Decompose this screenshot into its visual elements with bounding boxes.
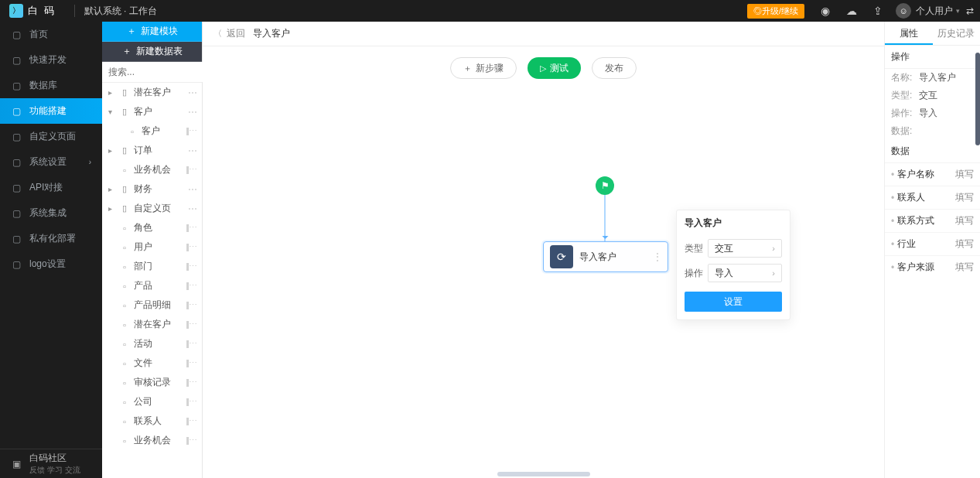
tree-row[interactable]: ▫公司||| ⋯ (102, 392, 202, 411)
play-circle-icon[interactable]: ◉ (817, 2, 834, 19)
tree-row[interactable]: ▫角色||| ⋯ (102, 218, 202, 237)
popup-op-select[interactable]: 导入› (708, 264, 782, 282)
nav-item-page[interactable]: ▢自定义页面 (0, 124, 102, 149)
rp-data-row[interactable]: •行业填写 (885, 232, 980, 255)
file-icon: ▫ (119, 165, 130, 176)
folder-icon: ▯ (119, 87, 130, 98)
tree-row[interactable]: ▫文件||| ⋯ (102, 353, 202, 373)
more-icon[interactable]: ⋯ (188, 87, 197, 98)
tab-properties[interactable]: 属性 (885, 22, 933, 45)
new-module-button[interactable]: ＋新建模块 (102, 22, 202, 42)
tree-row[interactable]: ▫业务机会||| ⋯ (102, 160, 202, 179)
brand-logo[interactable]: 〉 白 码 (0, 4, 65, 18)
nav-item-api[interactable]: ▢API对接 (0, 175, 102, 200)
new-table-button[interactable]: ＋新建数据表 (102, 42, 202, 62)
cloud-icon[interactable]: ☁ (843, 2, 860, 19)
nav-item-integration[interactable]: ▢系统集成 (0, 200, 102, 226)
twisty-icon[interactable]: ▸ (108, 204, 116, 213)
nav-label: 功能搭建 (29, 104, 67, 118)
tree-row[interactable]: ▸▯财务⋯ (102, 179, 202, 199)
nav-label: 快速开发 (29, 53, 67, 67)
twisty-icon[interactable]: ▸ (108, 146, 116, 155)
nav-item-logo[interactable]: ▢logo设置 (0, 251, 102, 277)
tree-row[interactable]: ▫联系人||| ⋯ (102, 411, 202, 431)
drag-handle-icon[interactable]: ⋮ (652, 251, 663, 263)
user-menu[interactable]: 个人用户 ▾ (916, 5, 960, 18)
twisty-icon[interactable]: ▾ (108, 108, 116, 116)
sort-icon[interactable]: ||| ⋯ (186, 126, 196, 136)
tree-row[interactable]: ▫潜在客户||| ⋯ (102, 315, 202, 334)
popup-settings-button[interactable]: 设置 (685, 292, 782, 312)
more-icon[interactable]: ⋯ (188, 203, 197, 214)
rp-data-row[interactable]: •客户来源填写 (885, 255, 980, 278)
nav-item-settings[interactable]: ▢系统设置› (0, 149, 102, 175)
community-link[interactable]: ▣ 白码社区 反馈 学习 交流 (0, 449, 102, 478)
sort-icon[interactable]: ||| ⋯ (186, 339, 196, 349)
tree-row[interactable]: ▫部门||| ⋯ (102, 257, 202, 276)
file-icon: ▫ (119, 300, 130, 311)
popup-type-select[interactable]: 交互› (708, 239, 782, 258)
nav-item-database[interactable]: ▢数据库 (0, 73, 102, 98)
logo-icon: ▢ (11, 259, 22, 270)
sort-icon[interactable]: ||| ⋯ (186, 319, 196, 329)
sort-icon[interactable]: ||| ⋯ (186, 416, 196, 426)
flow-canvas[interactable]: ⚑ ⟳ 导入客户 ⋮ 导入客户 类型 交互› 操作 (203, 90, 884, 478)
nav-item-cube[interactable]: ▢快速开发 (0, 47, 102, 73)
sort-icon[interactable]: ||| ⋯ (186, 377, 196, 388)
sort-icon[interactable]: ||| ⋯ (186, 300, 196, 310)
tree-label: 产品 (134, 279, 152, 292)
tree-row[interactable]: ▫业务机会||| ⋯ (102, 431, 202, 450)
sort-icon[interactable]: ||| ⋯ (186, 397, 196, 407)
tab-history[interactable]: 历史记录 (933, 22, 981, 45)
sort-icon[interactable]: ||| ⋯ (186, 358, 196, 368)
tree-row[interactable]: ▾▯客户⋯ (102, 102, 202, 121)
tree-row[interactable]: ▫审核记录||| ⋯ (102, 373, 202, 392)
test-label: 测试 (550, 62, 569, 75)
tree-label: 联系人 (134, 415, 162, 428)
tree-row[interactable]: ▸▯潜在客户⋯ (102, 83, 202, 102)
publish-label: 发布 (605, 62, 623, 75)
sort-icon[interactable]: ||| ⋯ (186, 223, 196, 233)
tree-row[interactable]: ▸▯自定义页⋯ (102, 199, 202, 218)
vertical-scrollbar[interactable] (975, 53, 980, 145)
sort-icon[interactable]: ||| ⋯ (186, 261, 196, 271)
sort-icon[interactable]: ||| ⋯ (186, 242, 196, 252)
system-breadcrumb[interactable]: 默认系统 · 工作台 (84, 5, 157, 18)
back-button[interactable]: 〈返回 (213, 27, 245, 40)
rp-data-row[interactable]: •联系方式填写 (885, 209, 980, 232)
upgrade-button[interactable]: ◎升级/继续 (747, 4, 804, 19)
rp-kv-row: 类型:交互 (885, 87, 980, 104)
new-step-button[interactable]: ＋新步骤 (450, 57, 517, 79)
publish-button[interactable]: 发布 (592, 57, 637, 79)
twisty-icon[interactable]: ▸ (108, 88, 116, 97)
tree-row[interactable]: ▫产品明细||| ⋯ (102, 295, 202, 315)
avatar[interactable]: ☺ (896, 3, 911, 19)
start-node[interactable]: ⚑ (596, 176, 614, 195)
upload-icon[interactable]: ⇪ (869, 2, 886, 19)
more-icon[interactable]: ⋯ (188, 145, 197, 156)
more-icon[interactable]: ⋯ (188, 184, 197, 195)
rp-data-row[interactable]: •联系人填写 (885, 186, 980, 209)
nav-item-module[interactable]: ▢功能搭建 (0, 98, 102, 124)
tree-row[interactable]: ▸▯订单⋯ (102, 141, 202, 160)
sort-icon[interactable]: ||| ⋯ (186, 435, 196, 446)
swap-icon[interactable]: ⇄ (966, 5, 974, 16)
test-button[interactable]: ▷测试 (528, 57, 581, 79)
tree-row[interactable]: ▫用户||| ⋯ (102, 237, 202, 257)
horizontal-scrollbar[interactable] (497, 472, 590, 476)
rp-data-row[interactable]: •客户名称填写 (885, 162, 980, 186)
rp-tabs: 属性 历史记录 (885, 22, 980, 46)
sort-icon[interactable]: ||| ⋯ (186, 281, 196, 291)
more-icon[interactable]: ⋯ (188, 107, 197, 118)
chevron-left-icon: 〈 (213, 28, 222, 39)
nav-item-home[interactable]: ▢首页 (0, 22, 102, 47)
tree-row[interactable]: ▫活动||| ⋯ (102, 334, 202, 353)
flow-node-import[interactable]: ⟳ 导入客户 ⋮ (543, 241, 668, 272)
tree-label: 客户 (142, 125, 160, 138)
tree-row[interactable]: ▫产品||| ⋯ (102, 276, 202, 295)
tree-list[interactable]: ▸▯潜在客户⋯▾▯客户⋯▫客户||| ⋯▸▯订单⋯▫业务机会||| ⋯▸▯财务⋯… (102, 83, 202, 478)
tree-row[interactable]: ▫客户||| ⋯ (102, 121, 202, 141)
sort-icon[interactable]: ||| ⋯ (186, 165, 196, 175)
nav-item-deploy[interactable]: ▢私有化部署 (0, 226, 102, 251)
twisty-icon[interactable]: ▸ (108, 185, 116, 193)
